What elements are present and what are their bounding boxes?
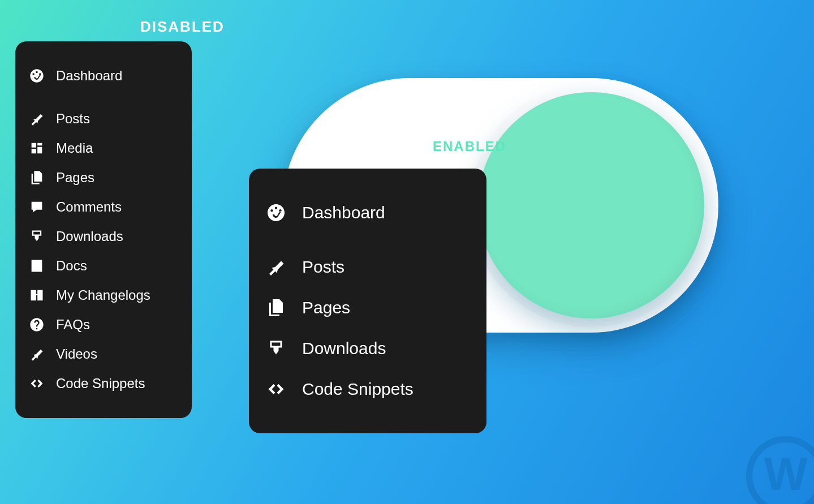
menu-label: Pages [56, 170, 94, 186]
help-icon [29, 317, 45, 333]
menu-item-docs[interactable]: Docs [27, 251, 180, 281]
code-icon [29, 376, 45, 391]
menu-item-downloads[interactable]: Downloads [27, 222, 180, 251]
toggle-knob[interactable] [478, 92, 704, 318]
menu-item-dashboard[interactable]: Dashboard [27, 61, 180, 91]
changelog-icon [29, 287, 45, 303]
menu-item-posts[interactable]: Posts [27, 104, 180, 133]
menu-label: Downloads [302, 339, 386, 358]
menu-label: My Changelogs [56, 287, 150, 303]
code-icon [266, 379, 286, 399]
sidebar-disabled-state: Dashboard Posts Media Pages Comments Dow… [15, 41, 192, 418]
menu-label: FAQs [56, 317, 90, 333]
pin-icon [29, 346, 45, 362]
dashboard-icon [29, 68, 45, 84]
menu-item-videos[interactable]: Videos [27, 339, 180, 369]
menu-item-comments[interactable]: Comments [27, 192, 180, 222]
menu-label: Code Snippets [302, 380, 414, 399]
download-icon [266, 338, 286, 359]
menu-label: Media [56, 140, 93, 156]
menu-label: Posts [302, 257, 344, 277]
pages-icon [266, 298, 286, 318]
docs-icon [29, 258, 45, 274]
menu-label: Pages [302, 298, 350, 317]
menu-item-pages[interactable]: Pages [264, 287, 472, 328]
menu-label: Downloads [56, 229, 123, 244]
menu-item-snippets[interactable]: Code Snippets [27, 369, 180, 398]
sidebar-enabled-state: Dashboard Posts Pages Downloads Code Sni… [249, 169, 486, 433]
menu-item-dashboard[interactable]: Dashboard [264, 192, 472, 233]
pin-icon [29, 111, 45, 127]
menu-item-posts[interactable]: Posts [264, 247, 472, 287]
menu-label: Dashboard [302, 203, 385, 222]
menu-label: Docs [56, 258, 87, 274]
media-icon [29, 140, 45, 156]
menu-label: Code Snippets [56, 376, 145, 391]
enabled-label: ENABLED [433, 139, 506, 154]
menu-label: Dashboard [56, 68, 122, 84]
pages-icon [29, 170, 45, 186]
disabled-label: DISABLED [140, 18, 225, 36]
menu-label: Videos [56, 346, 97, 362]
watermark-logo: W [746, 436, 814, 504]
dashboard-icon [266, 203, 286, 223]
menu-item-snippets[interactable]: Code Snippets [264, 369, 472, 410]
menu-item-downloads[interactable]: Downloads [264, 328, 472, 369]
pin-icon [266, 257, 286, 277]
menu-label: Comments [56, 199, 122, 215]
comment-icon [29, 199, 45, 215]
menu-item-faqs[interactable]: FAQs [27, 310, 180, 339]
download-icon [29, 229, 45, 244]
svg-text:W: W [764, 449, 808, 499]
menu-label: Posts [56, 111, 90, 127]
menu-item-media[interactable]: Media [27, 133, 180, 163]
menu-item-pages[interactable]: Pages [27, 163, 180, 192]
menu-item-changelogs[interactable]: My Changelogs [27, 281, 180, 310]
